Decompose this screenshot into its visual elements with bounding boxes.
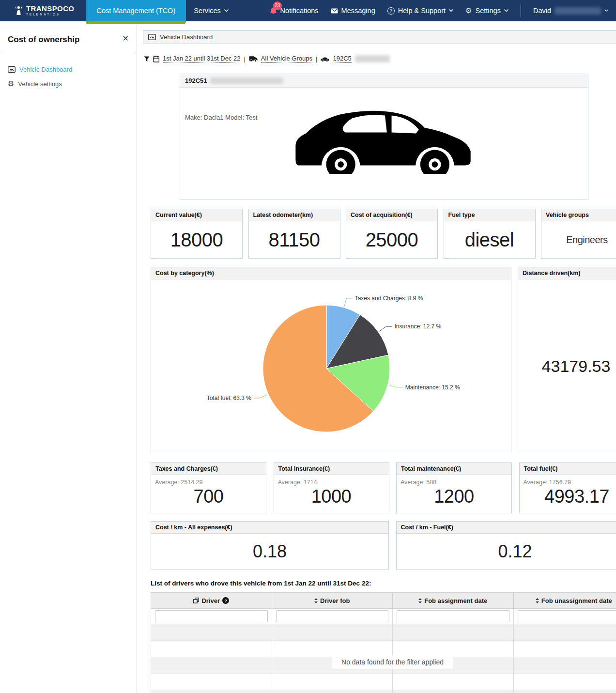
vehicle-groups-value: Engineers (541, 221, 616, 258)
help-icon: ? (387, 7, 395, 15)
sidebar-divider (1, 53, 135, 53)
dashboard-icon (8, 66, 15, 73)
filter-vehicle-id[interactable]: 192C5 (333, 55, 351, 63)
top-navbar: TRANSPOCO TELEMATICS Cost Management (TC… (0, 0, 616, 21)
envelope-icon (331, 8, 338, 14)
chart-title: Cost by category(%) (151, 267, 511, 279)
card-fuel-type: Fuel type diesel (444, 209, 536, 259)
close-icon[interactable]: ✕ (123, 35, 129, 43)
driver-help-icon[interactable]: ? (222, 597, 229, 604)
chevron-down-icon (224, 9, 229, 12)
filter-separator: | (244, 55, 245, 62)
table-row (151, 641, 616, 657)
brand-name: TRANSPOCO (26, 5, 74, 12)
latest-odometer: 81150 (249, 221, 340, 258)
chevron-down-icon (604, 9, 608, 12)
calendar-icon (153, 56, 159, 62)
drivers-table: Driver ? Driver fob Fob assignme (151, 592, 616, 693)
card-total-insurance: Total insurance(€) Average: 1714 1000 (274, 462, 389, 513)
vehicle-group-icon (249, 56, 258, 62)
fuel-average: Average: 1756.79 (524, 479, 571, 486)
pie-label-taxes-and-charges: Taxes and Charges: 8.9 % (355, 295, 423, 302)
stat-card-row: Current value(€) 18000 Latest odometer(k… (151, 209, 616, 259)
column-header-fob-unassignment-date[interactable]: Fob unassignment date (513, 593, 616, 609)
breadcrumb: Vehicle Dashboard (143, 30, 616, 44)
dashboard-icon (148, 34, 156, 40)
card-vehicle-groups: Vehicle groups Engineers (541, 209, 616, 259)
driver-filter-input[interactable] (155, 610, 268, 622)
cost-km-fuel-value: 0.12 (397, 534, 616, 570)
taxes-average: Average: 2514.29 (155, 479, 202, 486)
card-taxes-charges: Taxes and Charges(€) Average: 2514.29 70… (151, 462, 266, 513)
sort-icon (536, 598, 539, 603)
drivers-table-caption: List of drivers who drove this vehicle f… (151, 580, 616, 587)
pie-label-maintenance: Maintenance: 15.2 % (405, 384, 460, 391)
vehicle-make-model: Make: Dacia1 Model: Test (185, 114, 257, 121)
cost-per-km-row: Cost / km - All expenses(€) 0.18 Cost / … (151, 521, 616, 570)
filter-vehicle-group[interactable]: All Vehicle Groups (261, 55, 312, 63)
user-name-redacted (554, 7, 601, 15)
vehicle-info-card: 192C51 Make: Dacia1 Model: Test (180, 74, 588, 200)
car-icon (321, 56, 329, 62)
sort-icon (314, 598, 318, 603)
sidebar-cost-of-ownership: Cost of ownership ✕ Vehicle Dashboard ⚙ … (0, 21, 137, 693)
car-illustration (294, 108, 474, 174)
nav-settings[interactable]: ⚙ Settings (465, 7, 508, 15)
vehicle-id-redacted (355, 55, 390, 62)
sidebar-title: Cost of ownership (8, 35, 79, 45)
fuel-type: diesel (444, 221, 535, 258)
pie-label-insurance: Insurance: 12.7 % (394, 323, 441, 330)
filter-date-range[interactable]: 1st Jan 22 until 31st Dec 22 (163, 55, 240, 63)
nav-user-menu[interactable]: David (533, 7, 608, 15)
fob-assignment-date-filter-input[interactable] (397, 610, 509, 622)
sort-icon (418, 598, 422, 603)
sidebar-item-vehicle-dashboard[interactable]: Vehicle Dashboard (8, 66, 129, 73)
current-value: 18000 (151, 221, 242, 258)
card-current-value: Current value(€) 18000 (151, 209, 243, 259)
main-content: Vehicle Dashboard 1st Jan 22 until 31st … (143, 21, 616, 693)
card-total-maintenance: Total maintenance(€) Average: 588 1200 (396, 462, 512, 513)
chevron-down-icon (449, 9, 453, 12)
user-name: David (533, 7, 551, 15)
column-header-driver[interactable]: Driver ? (151, 593, 272, 609)
card-cost-km-all: Cost / km - All expenses(€) 0.18 (151, 521, 389, 570)
page-title: Vehicle Dashboard (160, 33, 213, 41)
cost-by-category-pie-chart: Taxes and Charges: 8.9 %Insurance: 12.7 … (151, 279, 511, 453)
pie-label-total-fuel: Total fuel: 63.3 % (207, 395, 251, 401)
brand-subtitle: TELEMATICS (26, 13, 74, 16)
cost-by-category-card: Cost by category(%) Taxes and Charges: 8… (151, 267, 511, 453)
card-cost-of-acquisition: Cost of acquisition(€) 25000 (346, 209, 438, 259)
sidebar-item-vehicle-settings[interactable]: ⚙ Vehicle settings (8, 80, 129, 88)
distance-driven-card: Distance driven(km) 43179.53 (518, 267, 616, 453)
chevron-down-icon (504, 9, 508, 12)
notifications-badge: 23 (273, 1, 282, 10)
table-row (151, 690, 616, 693)
tab-cost-management[interactable]: Cost Management (TCO) (86, 0, 186, 21)
card-total-fuel: Total fuel(€) Average: 1756.79 4993.17 (519, 462, 616, 513)
empty-table-message: No data found for the filter applied (332, 655, 453, 669)
chart-row: Cost by category(%) Taxes and Charges: 8… (151, 267, 616, 453)
filter-icon (144, 56, 150, 62)
nav-notifications[interactable]: 23 Notifications (270, 7, 319, 15)
column-header-driver-fob[interactable]: Driver fob (272, 593, 393, 609)
vehicle-title-redacted (210, 77, 283, 84)
nav-messaging[interactable]: Messaging (331, 7, 375, 15)
card-cost-km-fuel: Cost / km - Fuel(€) 0.12 (396, 521, 616, 570)
column-header-fob-assignment-date[interactable]: Fob assignment date (393, 593, 514, 609)
driver-fob-filter-input[interactable] (276, 610, 389, 622)
gear-icon: ⚙ (8, 80, 14, 88)
navbar-divider (521, 4, 521, 17)
nav-help-support[interactable]: ? Help & Support (387, 7, 453, 15)
fob-unassignment-date-filter-input[interactable] (518, 610, 616, 622)
filter-separator: | (316, 55, 317, 62)
transpoco-person-icon (15, 5, 23, 15)
table-row (151, 674, 616, 690)
vehicle-title: 192C51 (185, 77, 207, 84)
maintenance-average: Average: 588 (400, 479, 436, 486)
brand-logo[interactable]: TRANSPOCO TELEMATICS (0, 5, 86, 16)
nav-services[interactable]: Services (186, 7, 236, 15)
cost-of-acquisition: 25000 (346, 221, 437, 258)
gear-icon: ⚙ (465, 7, 472, 15)
card-latest-odometer: Latest odometer(km) 81150 (248, 209, 340, 259)
clone-icon (193, 598, 199, 603)
